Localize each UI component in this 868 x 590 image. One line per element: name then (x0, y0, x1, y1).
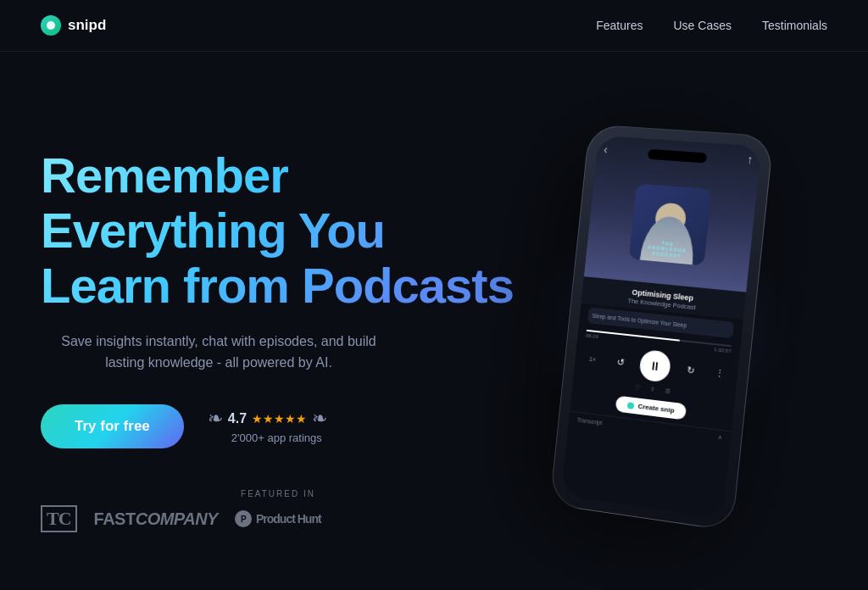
phone-outer: ‹ ↑ THEKNOWLEDGEPODCAST (549, 124, 774, 531)
rating-stars: ★★★★★ (252, 412, 307, 426)
fast-company-logo: FASTCOMPANY (94, 509, 218, 529)
product-hunt-icon: P (235, 510, 252, 527)
featured-label: FEATURED IN (41, 489, 515, 498)
featured-section: FEATURED IN TC FASTCOMPANY P Product Hun… (41, 489, 515, 532)
hero-content: Remember Everything You Learn from Podca… (41, 140, 515, 532)
navigation: snipd Features Use Cases Testimonials (0, 0, 868, 52)
hero-section: Remember Everything You Learn from Podca… (0, 52, 868, 587)
play-pause-button[interactable]: ⏸ (638, 348, 671, 382)
transcript-label[interactable]: Transcript (576, 416, 602, 426)
snip-dot-icon (626, 401, 634, 409)
transcript-chevron-icon[interactable]: ∧ (717, 433, 722, 441)
rating-score: 4.7 (228, 411, 247, 426)
product-hunt-text: Product Hunt (256, 512, 321, 526)
speed-label[interactable]: 1× (583, 349, 601, 368)
hero-subtitle: Save insights instantly, chat with episo… (41, 331, 397, 374)
phone-screen: ‹ ↑ THEKNOWLEDGEPODCAST (561, 135, 761, 518)
share-icon[interactable]: ⇪ (649, 386, 655, 393)
laurel-left-icon: ❧ (208, 409, 223, 428)
phone-content: ‹ ↑ THEKNOWLEDGEPODCAST (561, 135, 761, 518)
product-hunt-logo: P Product Hunt (235, 510, 321, 527)
featured-logos: TC FASTCOMPANY P Product Hunt (41, 505, 515, 532)
rating-row: ❧ 4.7 ★★★★★ ❧ (208, 409, 327, 428)
nav-features[interactable]: Features (596, 19, 643, 32)
queue-icon[interactable]: ☰ (665, 387, 670, 395)
share-button: ↑ (746, 152, 754, 166)
logo-icon (41, 15, 61, 36)
podcast-image: THEKNOWLEDGEPODCAST (629, 183, 712, 265)
forward-button[interactable]: ↻ (681, 360, 699, 379)
logo-text: snipd (68, 17, 106, 34)
try-for-free-button[interactable]: Try for free (41, 404, 184, 448)
back-button: ‹ (604, 142, 609, 156)
phone-mockup-area: ‹ ↑ THEKNOWLEDGEPODCAST (515, 129, 804, 519)
svg-point-0 (47, 21, 55, 30)
rating-count: 2'000+ app ratings (208, 431, 322, 444)
hero-title: Remember Everything You Learn from Podca… (41, 148, 515, 314)
laurel-right-icon: ❧ (312, 409, 327, 428)
podcast-badge-text: THEKNOWLEDGEPODCAST (647, 239, 687, 259)
create-snip-label: Create snip (637, 402, 675, 414)
nav-use-cases[interactable]: Use Cases (674, 19, 732, 32)
techcrunch-logo: TC (41, 505, 77, 532)
logo[interactable]: snipd (41, 15, 106, 36)
more-button[interactable]: ⋮ (709, 364, 728, 382)
phone-wrapper: ‹ ↑ THEKNOWLEDGEPODCAST (549, 124, 774, 531)
nav-testimonials[interactable]: Testimonials (762, 19, 827, 32)
rating-area: ❧ 4.7 ★★★★★ ❧ 2'000+ app ratings (208, 409, 327, 444)
nav-links: Features Use Cases Testimonials (596, 18, 827, 33)
bookmark-icon[interactable]: ♡ (635, 384, 641, 392)
rewind-button[interactable]: ↺ (611, 353, 629, 371)
hero-actions: Try for free ❧ 4.7 ★★★★★ ❧ 2'000+ app ra… (41, 404, 515, 448)
